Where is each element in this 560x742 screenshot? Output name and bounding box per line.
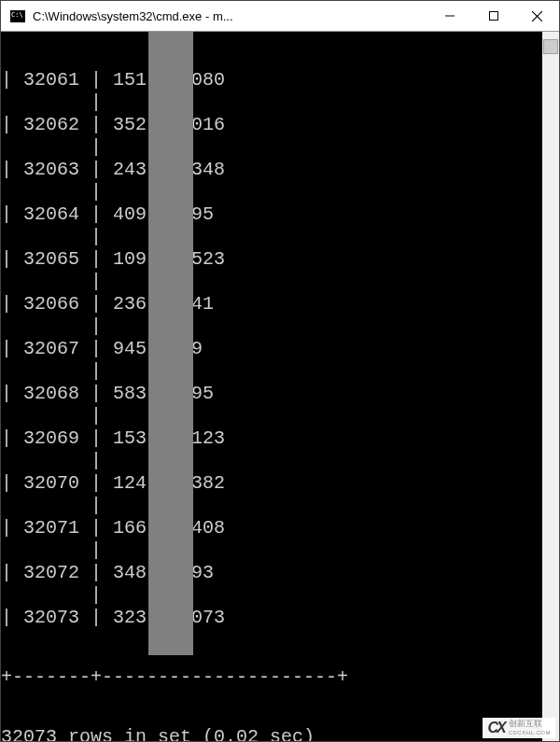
redaction-overlay bbox=[148, 32, 193, 655]
table-border-bottom: +-------+---------------------+ bbox=[1, 666, 540, 689]
table-row-separator: | bbox=[1, 539, 540, 562]
table-row: | 32066 | 236 041 bbox=[1, 293, 540, 315]
svg-rect-1 bbox=[489, 12, 497, 21]
table-row-separator: | bbox=[1, 495, 540, 517]
table-row-separator: | bbox=[1, 315, 540, 338]
table-row-separator: | bbox=[1, 584, 540, 607]
table-row: | 32067 | 945 59 bbox=[1, 338, 540, 360]
table-row-separator: | bbox=[1, 226, 540, 248]
close-icon bbox=[532, 11, 542, 21]
minimize-button[interactable] bbox=[427, 1, 471, 31]
vertical-scrollbar[interactable] bbox=[542, 32, 559, 741]
table-row: | 32062 | 352 0016 bbox=[1, 114, 540, 136]
table-row-separator: | bbox=[1, 405, 540, 427]
table-row: | 32071 | 166 9408 bbox=[1, 517, 540, 539]
cmd-icon bbox=[10, 10, 25, 22]
table-row: | 32073 | 323 2073 bbox=[1, 607, 540, 629]
table-row-separator: | bbox=[1, 450, 540, 472]
watermark-logo: CX bbox=[487, 720, 504, 736]
query-summary: 32073 rows in set (0.02 sec) bbox=[1, 726, 540, 741]
table-row-separator: | bbox=[1, 136, 540, 159]
table-row: | 32068 | 583 995 bbox=[1, 383, 540, 405]
table-row-separator: | bbox=[1, 360, 540, 383]
watermark: CX 创新互联 CDCXHL.COM bbox=[483, 718, 555, 738]
watermark-text: 创新互联 CDCXHL.COM bbox=[509, 720, 551, 736]
close-button[interactable] bbox=[515, 1, 559, 31]
window-controls bbox=[427, 1, 559, 31]
window-titlebar[interactable]: C:\Windows\system32\cmd.exe - m... bbox=[1, 1, 559, 32]
table-row-separator: | bbox=[1, 181, 540, 203]
table-row: | 32061 | 151 9080 bbox=[1, 69, 540, 91]
table-row: | 32070 | 124 6382 bbox=[1, 472, 540, 495]
terminal-output[interactable]: | 32061 | 151 9080 || 32062 | 352 0016 |… bbox=[1, 32, 542, 741]
maximize-icon bbox=[489, 11, 498, 21]
scrollbar-thumb[interactable] bbox=[543, 39, 558, 54]
minimize-icon bbox=[445, 11, 455, 21]
table-row: | 32069 | 153 0123 bbox=[1, 427, 540, 450]
table-row: | 32064 | 409 995 bbox=[1, 203, 540, 226]
table-row: | 32065 | 109 3523 bbox=[1, 248, 540, 271]
table-row-separator: | bbox=[1, 271, 540, 293]
maximize-button[interactable] bbox=[471, 1, 515, 31]
window-title: C:\Windows\system32\cmd.exe - m... bbox=[33, 9, 427, 23]
table-row-separator: | bbox=[1, 91, 540, 114]
table-row: | 32072 | 348 693 bbox=[1, 562, 540, 584]
table-row: | 32063 | 243 1348 bbox=[1, 159, 540, 181]
